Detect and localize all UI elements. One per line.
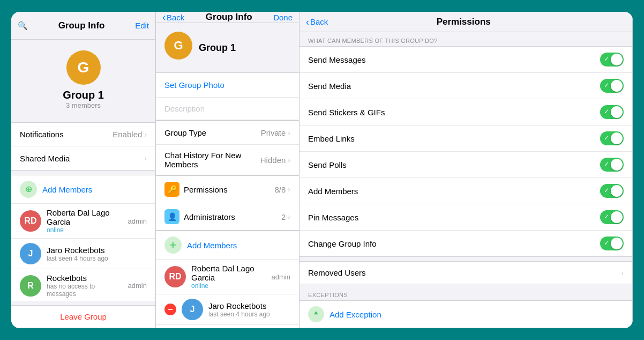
shared-media-item[interactable]: Shared Media › — [11, 146, 155, 170]
perm-send-messages[interactable]: Send Messages ✓ — [299, 47, 632, 73]
toggle-send-polls[interactable]: ✓ — [600, 158, 624, 172]
member-item[interactable]: R Rocketbots has no access to messages a… — [11, 269, 155, 301]
back-label-2: Back — [167, 13, 184, 22]
member-item[interactable]: RD Roberta Dal Lago Garcia online admin — [156, 260, 299, 294]
administrators-value: 2 — [281, 212, 286, 221]
add-exception-item[interactable]: Add Exception — [299, 300, 632, 328]
remove-member-button[interactable]: − — [164, 304, 176, 315]
perm-label: Embed Links — [308, 134, 355, 143]
chevron-left-icon: ‹ — [306, 17, 309, 27]
check-icon: ✓ — [604, 134, 609, 142]
member-info: Roberta Dal Lago Garcia online — [191, 264, 266, 290]
member-name: Roberta Dal Lago Garcia — [47, 208, 123, 226]
permissions-value: 8/8 — [274, 185, 286, 194]
leave-group-button[interactable]: Leave Group — [11, 306, 155, 328]
chevron-right-icon: › — [288, 185, 290, 194]
member-role: admin — [128, 282, 147, 290]
member-info: Rocketbots has no access to messages — [47, 274, 123, 298]
member-role: admin — [272, 273, 290, 281]
profile-header-2: G Group 1 — [156, 23, 299, 72]
toggle-send-media[interactable]: ✓ — [600, 79, 624, 93]
edit-button[interactable]: Edit — [135, 21, 149, 30]
member-item[interactable]: − R Rocketbots has no access to messages… — [156, 325, 299, 328]
member-avatar: RD — [164, 266, 186, 287]
perm-change-group-info[interactable]: Change Group Info ✓ — [299, 231, 632, 256]
add-members-item-1[interactable]: ⊕ Add Members — [11, 175, 155, 204]
nav-title-1: Group Info — [58, 20, 105, 31]
nav-title-3: Permissions — [437, 17, 491, 27]
search-icon: 🔍 — [18, 21, 28, 31]
members-section-1: ⊕ Add Members RD Roberta Dal Lago Garcia… — [11, 175, 155, 301]
perm-label: Change Group Info — [308, 239, 377, 248]
add-members-icon-1: ⊕ — [20, 181, 37, 198]
done-button[interactable]: Done — [273, 13, 293, 22]
notifications-value: Enabled — [113, 130, 142, 139]
permissions-section-header: WHAT CAN MEMBERS OF THIS GROUP DO? — [299, 32, 632, 46]
check-icon: ✓ — [604, 187, 609, 194]
notifications-item[interactable]: Notifications Enabled › — [11, 123, 155, 146]
administrators-item[interactable]: 👤 Administrators 2 › — [156, 203, 299, 230]
group-type-label: Group Type — [164, 128, 261, 137]
member-status: online — [191, 282, 266, 290]
administrators-label: Administrators — [184, 212, 281, 221]
permissions-item[interactable]: 🔑 Permissions 8/8 › — [156, 176, 299, 203]
check-icon: ✓ — [604, 239, 609, 247]
toggle-send-messages[interactable]: ✓ — [600, 53, 624, 66]
chevron-left-icon: ‹ — [162, 12, 166, 22]
administrators-icon: 👤 — [164, 209, 179, 224]
back-button-3[interactable]: ‹ Back — [306, 17, 328, 27]
chat-history-item[interactable]: Chat History For New Members Hidden › — [156, 145, 299, 175]
group-type-item[interactable]: Group Type Private › — [156, 121, 299, 145]
toggle-add-members[interactable]: ✓ — [600, 184, 624, 198]
toggle-change-group-info[interactable]: ✓ — [600, 236, 624, 250]
notifications-label: Notifications — [20, 130, 113, 139]
description-input[interactable]: Description — [156, 98, 299, 120]
perm-label: Send Polls — [308, 160, 347, 169]
nav-bar-2: ‹ Back Group Info Done — [156, 12, 299, 23]
check-icon: ✓ — [604, 55, 609, 63]
member-name: Roberta Dal Lago Garcia — [191, 264, 266, 282]
add-members-label-1: Add Members — [42, 185, 92, 194]
add-members-item-2[interactable]: + Add Members — [156, 231, 299, 260]
member-info: Jaro Rocketbots last seen 4 hours ago — [47, 246, 147, 262]
check-icon: ✓ — [604, 160, 609, 168]
chevron-right-icon-2: › — [144, 154, 147, 162]
toggle-embed-links[interactable]: ✓ — [600, 131, 624, 145]
member-avatar: R — [20, 275, 41, 297]
search-button[interactable]: 🔍 — [18, 21, 28, 31]
toggle-pin-messages[interactable]: ✓ — [600, 210, 624, 224]
leave-group-section: Leave Group — [11, 305, 155, 328]
perm-label: Send Messages — [308, 55, 366, 64]
nav-bar-3: ‹ Back Permissions — [299, 12, 632, 32]
removed-users-item[interactable]: Removed Users › — [299, 261, 632, 284]
perm-pin-messages[interactable]: Pin Messages ✓ — [299, 204, 632, 231]
svg-text:⊕: ⊕ — [25, 185, 32, 194]
member-item[interactable]: RD Roberta Dal Lago Garcia online admin — [11, 204, 155, 239]
add-exception-icon — [308, 306, 324, 322]
set-group-photo-button[interactable]: Set Group Photo — [156, 73, 299, 98]
avatar-1: G — [66, 50, 101, 85]
panel-group-info-1: 🔍 Group Info Edit G Group 1 3 members No… — [11, 12, 156, 328]
perm-send-media[interactable]: Send Media ✓ — [299, 73, 632, 99]
member-info: Roberta Dal Lago Garcia online — [47, 208, 123, 234]
permissions-list: Send Messages ✓ Send Media ✓ Send Sticke… — [299, 46, 632, 257]
perm-add-members[interactable]: Add Members ✓ — [299, 178, 632, 204]
perm-label: Send Stickers & GIFs — [308, 108, 385, 117]
member-name: Rocketbots — [47, 274, 123, 283]
member-info: Jaro Rocketbots last seen 4 hours ago — [208, 301, 290, 318]
member-avatar: J — [20, 243, 41, 264]
add-exception-label: Add Exception — [330, 310, 381, 319]
toggle-send-stickers[interactable]: ✓ — [600, 105, 624, 119]
check-icon: ✓ — [604, 213, 609, 220]
member-status: last seen 4 hours ago — [47, 255, 147, 262]
perm-embed-links[interactable]: Embed Links ✓ — [299, 125, 632, 152]
back-button-2[interactable]: ‹ Back — [162, 12, 184, 22]
add-members-icon-2: + — [164, 236, 182, 254]
perm-label: Pin Messages — [308, 213, 358, 222]
member-avatar: J — [182, 299, 203, 320]
member-item[interactable]: J Jaro Rocketbots last seen 4 hours ago — [11, 239, 155, 269]
perm-send-polls[interactable]: Send Polls ✓ — [299, 152, 632, 178]
perm-send-stickers[interactable]: Send Stickers & GIFs ✓ — [299, 99, 632, 125]
member-item[interactable]: − J Jaro Rocketbots last seen 4 hours ag… — [156, 294, 299, 325]
shared-media-label: Shared Media — [20, 154, 144, 163]
